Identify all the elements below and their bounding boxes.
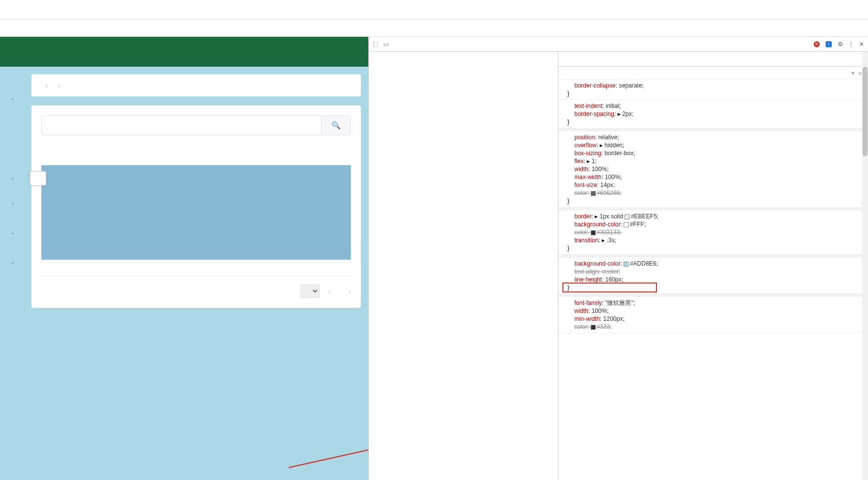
search-button[interactable]: 🔍 <box>321 115 351 135</box>
kebab-icon[interactable]: ⋮ <box>848 41 854 48</box>
th-phone <box>336 165 351 260</box>
error-badge[interactable]: ✕ <box>814 41 821 47</box>
new-rule-icon[interactable]: + <box>851 70 855 77</box>
chevron-down-icon[interactable]: ⌄ <box>10 94 15 101</box>
info-badge[interactable]: i <box>826 41 833 47</box>
scrollbar[interactable] <box>862 52 868 480</box>
th-username <box>153 165 244 260</box>
breadcrumb: › › <box>31 74 361 96</box>
styles-body[interactable]: border-collapse: separate; } text-indent… <box>558 80 868 480</box>
browser-chrome <box>0 0 868 20</box>
user-table <box>41 165 351 277</box>
pager-next[interactable]: › <box>348 287 351 295</box>
pager-size-select[interactable] <box>301 285 320 298</box>
close-icon[interactable]: ✕ <box>859 41 864 48</box>
settings-icon[interactable]: ⚙ <box>838 41 843 48</box>
search-input[interactable] <box>41 115 321 135</box>
devtools: ⬚ ▭ ✕ i ⚙ ⋮ ✕ + ▭ <box>368 37 868 480</box>
styles-pane: + ▭ border-collapse: separate; } text-in… <box>558 52 868 480</box>
th-nickname <box>245 165 336 260</box>
device-icon[interactable]: ▭ <box>383 41 389 48</box>
chevron-down-icon[interactable]: ⌄ <box>10 228 15 236</box>
dom-tree[interactable] <box>369 52 558 480</box>
search-bar: 🔍 <box>41 115 351 135</box>
chevron-down-icon[interactable]: ⌄ <box>10 258 15 266</box>
app-pane: ⌄ ⌄ ⌄ ⌄ ⌄ › › 🔍 <box>0 37 368 480</box>
pager-prev[interactable]: ‹ <box>328 287 331 295</box>
th-avatar <box>62 165 153 260</box>
inspect-icon[interactable]: ⬚ <box>373 41 378 48</box>
devtools-toolbar: ⬚ ▭ ✕ i ⚙ ⋮ ✕ <box>369 37 868 52</box>
table-header-row <box>41 165 351 260</box>
magnify-icon: 🔍 <box>331 121 341 129</box>
chevron-down-icon[interactable]: ⌄ <box>10 198 15 206</box>
pagination: ‹ › <box>41 277 351 298</box>
svg-line-0 <box>289 408 368 468</box>
app-header <box>0 37 368 67</box>
table-row[interactable] <box>41 260 351 276</box>
chevron-down-icon[interactable]: ⌄ <box>10 174 15 181</box>
styles-filter-input[interactable] <box>562 70 839 77</box>
bookmarks-bar <box>0 20 868 37</box>
element-dims-tooltip <box>30 171 46 186</box>
